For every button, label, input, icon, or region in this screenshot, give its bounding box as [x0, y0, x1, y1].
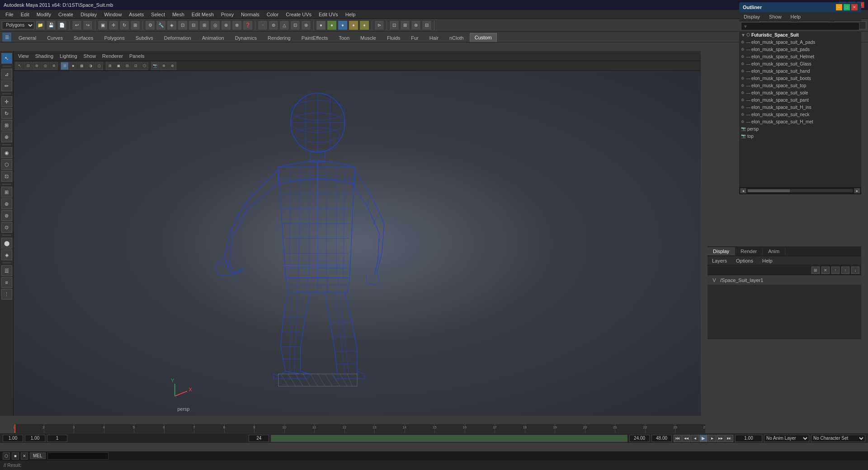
outliner-item-persp[interactable]: 📷 persp	[739, 125, 861, 132]
timeline-playhead[interactable]	[14, 424, 15, 433]
anim-end-input[interactable]	[629, 435, 650, 442]
menu-mesh[interactable]: Mesh	[169, 11, 188, 18]
vp-icon-cam[interactable]: 📷	[151, 62, 159, 70]
outliner-search-input[interactable]	[748, 24, 857, 29]
tab-toon[interactable]: Toon	[334, 33, 354, 42]
render-btn[interactable]: ⬤	[1, 238, 12, 249]
outliner-item-5[interactable]: ⊚ — elon_musk_space_suit_boots	[739, 75, 861, 82]
scale-tool-btn[interactable]: ⊞	[1, 120, 12, 131]
channel-box-toggle[interactable]: ☰	[2, 32, 12, 42]
snap-to-curve-btn[interactable]: ⊛	[1, 198, 12, 209]
toolbar-btn-snap1[interactable]: ⋅	[258, 20, 268, 30]
toolbar-btn-snap2[interactable]: ⊚	[269, 20, 278, 30]
outliner-maximize-btn[interactable]: □	[844, 4, 850, 10]
outliner-item-11[interactable]: ⊚ — elon_musk_space_suit_H_met	[739, 118, 861, 125]
mode-dropdown[interactable]: Polygons	[2, 21, 34, 29]
layer-move-down-btn[interactable]: ↓	[851, 267, 859, 274]
vp-icon-10[interactable]: ⊟	[123, 62, 131, 70]
outliner-item-3[interactable]: ⊚ — elon_musk_space_suit_Glass	[739, 60, 861, 67]
toolbar-btn-4[interactable]: ↩	[72, 20, 82, 30]
tab-surfaces[interactable]: Surfaces	[69, 33, 98, 42]
layer-select-btn[interactable]: ↑	[831, 267, 840, 274]
layers-tab-render[interactable]: Render	[735, 247, 763, 255]
toolbar-btn-scale[interactable]: ⊞	[130, 20, 140, 30]
toolbar-btn-rotate[interactable]: ↻	[119, 20, 129, 30]
toolbar-btn-render5[interactable]: ●	[359, 20, 369, 30]
soft-mod-btn[interactable]: ◉	[1, 147, 12, 158]
paint-select-btn[interactable]: ✏	[1, 80, 12, 91]
outliner-item-9[interactable]: ⊚ — elon_musk_space_suit_H_ins	[739, 103, 861, 111]
layer-row-0[interactable]: V /Space_Suit_layer1	[708, 275, 861, 285]
menu-window[interactable]: Window	[100, 11, 125, 18]
outliner-item-0[interactable]: ⊚ — elon_musk_space_suit_A_pads	[739, 38, 861, 46]
snap-to-point-btn[interactable]: ⊚	[1, 210, 12, 221]
vp-icon-9[interactable]: ◼	[114, 62, 123, 70]
timeline-mark-14[interactable]: 14	[405, 424, 405, 433]
tab-muscle[interactable]: Muscle	[355, 33, 381, 42]
tab-polygons[interactable]: Polygons	[99, 33, 129, 42]
show-manip-btn[interactable]: ⊡	[1, 171, 12, 182]
toolbar-btn-8[interactable]: ◈	[167, 20, 177, 30]
vp-menu-view[interactable]: View	[15, 52, 32, 60]
toolbar-btn-9[interactable]: ⊡	[178, 20, 188, 30]
timeline-mark-4[interactable]: 4	[104, 424, 104, 433]
timeline-mark-2[interactable]: 2	[44, 424, 44, 433]
toolbar-btn-anim1[interactable]: ⊳	[374, 20, 384, 30]
move-tool-btn[interactable]: ✛	[1, 96, 12, 107]
outliner-search-bar[interactable]: ▼	[741, 22, 859, 30]
outliner-item-top[interactable]: 📷 top	[739, 132, 861, 140]
tab-custom[interactable]: Custom	[470, 33, 497, 42]
toolbar-btn-6[interactable]: ⚙	[145, 20, 155, 30]
menu-assets[interactable]: Assets	[125, 11, 147, 18]
snap-to-grid-btn[interactable]: ⊞	[1, 187, 12, 197]
outliner-item-8[interactable]: ⊚ — elon_musk_space_suit_pant	[739, 96, 861, 103]
timeline-mark-16[interactable]: 16	[465, 424, 465, 433]
scroll-thumb-h[interactable]	[748, 189, 790, 192]
play-to-start-btn[interactable]: ⏮	[674, 435, 682, 442]
play-to-end-btn[interactable]: ⏭	[725, 435, 733, 442]
menu-file[interactable]: File	[2, 11, 17, 18]
timeline[interactable]: 123456789101112131415161718192021222324	[14, 424, 705, 433]
vp-icon-texture[interactable]: ▦	[78, 62, 86, 70]
outliner-menu-help[interactable]: Help	[788, 13, 804, 20]
vp-icon-5[interactable]: ⊛	[50, 62, 58, 70]
anim-start-input[interactable]	[249, 435, 269, 442]
toolbar-btn-1[interactable]: 📁	[35, 20, 45, 30]
scroll-right-btn[interactable]: ▸	[854, 188, 860, 193]
outliner-minimize-btn[interactable]: ─	[836, 4, 842, 10]
layers-menu-help[interactable]: Help	[760, 257, 775, 264]
toolbar-btn-3[interactable]: 📄	[57, 20, 67, 30]
vp-icon-solid[interactable]: ■	[69, 62, 77, 70]
toolbar-btn-render2[interactable]: ●	[327, 20, 337, 30]
frame-forward-btn[interactable]: ▸	[708, 435, 716, 442]
outliner-item-6[interactable]: ⊚ — elon_musk_space_suit_top	[739, 82, 861, 89]
timeline-mark-12[interactable]: 12	[344, 424, 345, 433]
hypergraph-btn[interactable]: ⋮	[1, 289, 12, 300]
layer-new-btn[interactable]: ⊞	[811, 267, 820, 274]
vp-icon-xray[interactable]: ◻	[95, 62, 103, 70]
timeline-mark-7[interactable]: 7	[194, 424, 194, 433]
layer-visible-check[interactable]: V	[711, 277, 717, 283]
timeline-mark-10[interactable]: 10	[284, 424, 285, 433]
menu-help[interactable]: Help	[342, 11, 359, 18]
menu-edit[interactable]: Edit	[17, 11, 33, 18]
vp-menu-shading[interactable]: Shading	[33, 52, 56, 60]
play-forward-btn[interactable]: ▶	[699, 435, 708, 442]
toolbar-btn-move[interactable]: ✛	[108, 20, 118, 30]
vp-icon-4[interactable]: ◎	[41, 62, 49, 70]
tab-ncloth[interactable]: nCloth	[444, 33, 469, 42]
timeline-mark-21[interactable]: 21	[615, 424, 615, 433]
menu-create[interactable]: Create	[55, 11, 77, 18]
outliner-menu-display[interactable]: Display	[741, 13, 763, 20]
range-slider[interactable]	[271, 435, 627, 442]
vp-icon-light[interactable]: ◑	[86, 62, 94, 70]
menu-modify[interactable]: Modify	[33, 11, 55, 18]
timeline-mark-22[interactable]: 22	[645, 424, 646, 433]
anim-layer-dropdown[interactable]: No Anim Layer	[764, 435, 809, 442]
step-forward-btn[interactable]: ▸▸	[717, 435, 725, 442]
timeline-mark-3[interactable]: 3	[74, 424, 74, 433]
menu-display[interactable]: Display	[77, 11, 100, 18]
menu-color[interactable]: Color	[263, 11, 282, 18]
timeline-mark-5[interactable]: 5	[134, 424, 134, 433]
menu-proxy[interactable]: Proxy	[217, 11, 237, 18]
